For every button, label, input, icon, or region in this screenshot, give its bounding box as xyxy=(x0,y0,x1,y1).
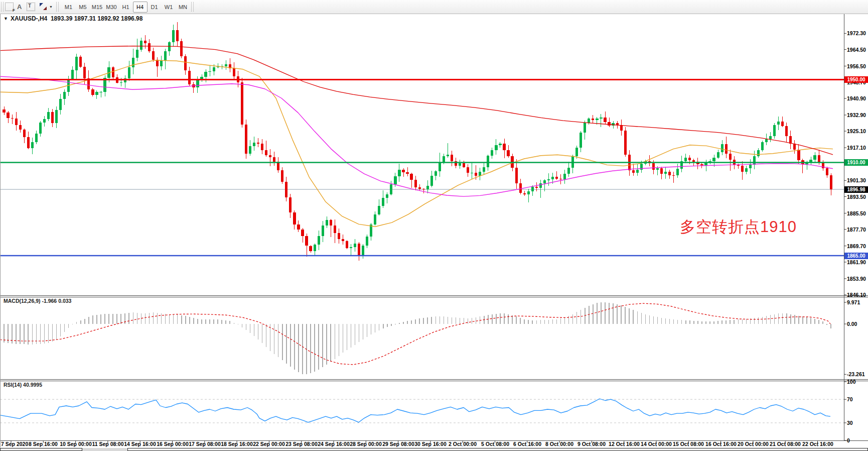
price-axis-label: 1893.50 xyxy=(847,194,868,200)
toolbar-separator xyxy=(56,2,59,12)
time-axis-label: 30 Sep 16:00 xyxy=(413,441,448,447)
chart-tab-3[interactable] xyxy=(127,448,868,451)
price-axis-label: 1885.50 xyxy=(847,210,868,216)
time-axis-label: 28 Sep 00:00 xyxy=(348,441,383,447)
macd-indicator-label: MACD(12,26,9) -1.966 0.033 xyxy=(4,298,71,304)
timeframe-button-w1[interactable]: W1 xyxy=(162,2,176,13)
time-axis-label: 15 Oct 08:00 xyxy=(671,441,706,447)
time-axis-label: 23 Sep 08:00 xyxy=(284,441,319,447)
price-tag-1950.00: 1950.00 xyxy=(844,76,868,83)
time-axis-label: 29 Sep 08:00 xyxy=(381,441,416,447)
time-axis-label: 9 Oct 08:00 xyxy=(574,441,609,447)
time-axis-label: 20 Oct 00:00 xyxy=(736,441,771,447)
dotted-box-icon: F xyxy=(5,3,14,11)
macd-axis-label: 0.00 xyxy=(847,321,868,327)
price-axis-label: 1972.30 xyxy=(847,30,868,36)
price-axis-label: 1861.90 xyxy=(847,259,868,265)
price-tag-1896.98: 1896.98 xyxy=(844,186,868,193)
time-axis-label: 5 Oct 08:00 xyxy=(478,441,513,447)
price-axis-label: 1956.50 xyxy=(847,63,868,69)
time-axis-label: 21 Oct 08:00 xyxy=(768,441,803,447)
chart-title: ▼XAUUSD-,H4 1893.39 1897.31 1892.92 1896… xyxy=(4,15,142,22)
price-axis-label: 1940.90 xyxy=(847,95,868,101)
price-axis-label: 1877.70 xyxy=(847,227,868,233)
time-axis-label: 8 Oct 00:00 xyxy=(542,441,577,447)
time-axis-label: 10 Sep 00:00 xyxy=(58,441,93,447)
price-tag-1910.00: 1910.00 xyxy=(844,159,868,166)
time-axis-label: 14 Sep 16:00 xyxy=(122,441,158,447)
price-axis-label: 1869.70 xyxy=(847,243,868,249)
rsi-axis-label: 30 xyxy=(847,420,868,426)
timeframe-button-m30[interactable]: M30 xyxy=(104,2,119,13)
diagonal-arrows-icon xyxy=(39,3,47,11)
timeframe-button-m1[interactable]: M1 xyxy=(61,2,76,13)
timeframe-button-m5[interactable]: M5 xyxy=(76,2,90,13)
time-axis-label: 17 Sep 08:00 xyxy=(187,441,222,447)
time-axis-label: 2 Oct 00:00 xyxy=(445,441,480,447)
time-axis-label: 22 Oct 16:00 xyxy=(800,441,835,447)
price-axis-label: 1925.10 xyxy=(847,128,868,134)
time-axis-label: 12 Oct 16:00 xyxy=(607,441,642,447)
time-axis-label: 22 Sep 00:00 xyxy=(251,441,286,447)
time-axis-label: 11 Sep 08:00 xyxy=(90,441,125,447)
toolbar: F A T ▼ M1M5M15M30H1H4D1W1MN xyxy=(0,0,868,14)
rsi-axis-label: 70 xyxy=(847,396,868,402)
rsi-axis-label: 100 xyxy=(847,379,868,385)
arrows-tool-icon[interactable] xyxy=(39,2,47,12)
chart-tab-strip xyxy=(0,448,868,451)
time-axis-label: 14 Oct 00:00 xyxy=(639,441,674,447)
rsi-indicator-label: RSI(14) 40.9995 xyxy=(4,382,42,388)
chart-tab-2 xyxy=(82,448,127,451)
price-axis-label: 1964.50 xyxy=(847,47,868,53)
price-axis-label: 1932.90 xyxy=(847,112,868,118)
time-axis-label: 24 Sep 16:00 xyxy=(316,441,351,447)
text-label-tool-icon[interactable]: A xyxy=(17,2,22,12)
arrows-dropdown-caret-icon[interactable]: ▼ xyxy=(49,2,53,12)
timeframe-button-h4[interactable]: H4 xyxy=(133,2,148,13)
timeframe-button-d1[interactable]: D1 xyxy=(147,2,162,13)
price-axis-label: 1901.30 xyxy=(847,177,868,183)
price-axis-label: 1846.10 xyxy=(847,292,868,298)
chart-title-text: XAUUSD-,H4 1893.39 1897.31 1892.92 1896.… xyxy=(11,15,143,22)
price-tag-1865.00: 1865.00 xyxy=(844,253,868,259)
timeframe-button-m15[interactable]: M15 xyxy=(90,2,104,13)
time-axis-label: 8 Sep 16:00 xyxy=(26,441,61,447)
time-axis-label: 16 Sep 00:00 xyxy=(155,441,190,447)
timeframe-button-mn[interactable]: MN xyxy=(176,2,190,13)
macd-axis-label: -23.261 xyxy=(847,371,868,377)
time-axis-label: 6 Oct 16:00 xyxy=(510,441,545,447)
mt4-chart-window: F A T ▼ M1M5M15M30H1H4D1W1MN ▼XAUUSD-,H4… xyxy=(0,0,868,451)
price-axis-label: 1917.10 xyxy=(847,145,868,151)
price-axis-label: 1853.90 xyxy=(847,276,868,282)
timeframe-button-h1[interactable]: H1 xyxy=(118,2,133,13)
toolbar-grip[interactable] xyxy=(1,2,4,12)
chart-annotation-text: 多空转折点1910 xyxy=(680,218,797,236)
time-axis-label: 18 Sep 16:00 xyxy=(219,441,254,447)
chart-tab-1[interactable] xyxy=(0,448,82,451)
time-axis-label: 16 Oct 16:00 xyxy=(703,441,739,447)
toolbar-separator xyxy=(191,2,194,12)
macd-axis-label: 9.971 xyxy=(847,299,868,305)
text-box-tool-icon[interactable]: T xyxy=(27,2,35,12)
rsi-axis-label: 0 xyxy=(847,437,868,443)
chevron-down-icon[interactable]: ▼ xyxy=(4,16,8,21)
dotted-box-icon: T xyxy=(27,3,35,11)
frame-tool-icon[interactable]: F xyxy=(5,2,14,12)
